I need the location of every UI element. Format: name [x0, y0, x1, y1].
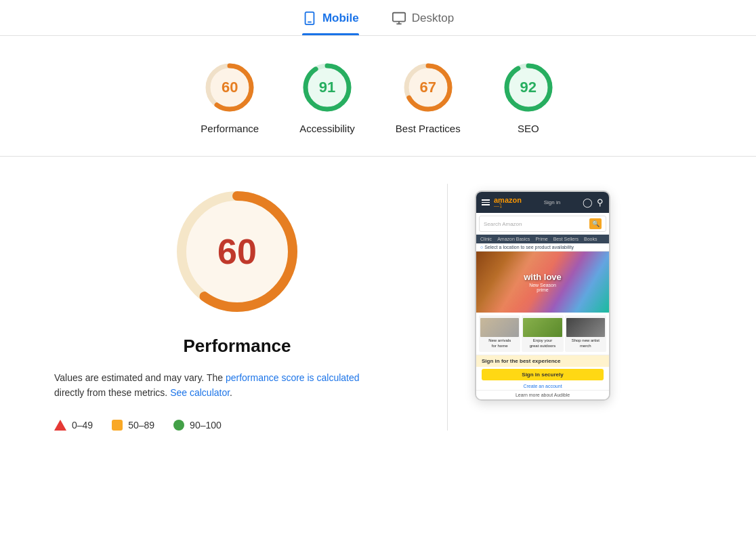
amazon-logo: amazon ―⤵ [494, 196, 522, 209]
phone-mockup: amazon ―⤵ Sign in ◯ ⚲ Search Amazon 🔍 [475, 191, 610, 401]
legend-item-green: 90–100 [173, 420, 222, 431]
legend-circle-icon [173, 420, 184, 431]
gauge-accessibility: 91 [300, 60, 354, 115]
amazon-cat-2: Enjoy yourgreat outdoors [522, 315, 563, 352]
gauge-seo: 92 [501, 60, 555, 115]
score-card-best-practices[interactable]: 67 Best Practices [396, 60, 461, 134]
legend-item-orange: 50–89 [112, 420, 154, 431]
desc-text-2: directly from these metrics. [54, 387, 170, 398]
amazon-screen: amazon ―⤵ Sign in ◯ ⚲ Search Amazon 🔍 [476, 192, 609, 399]
right-panel: amazon ―⤵ Sign in ◯ ⚲ Search Amazon 🔍 [475, 184, 610, 431]
amazon-nav-bar: Clinic Amazon Basics Prime Best Sellers … [476, 235, 609, 243]
amazon-cat-img-3 [566, 318, 605, 337]
amazon-search-button: 🔍 [589, 218, 602, 229]
amazon-nav-icons: ◯ ⚲ [583, 197, 604, 207]
amazon-cat-label-1: New arrivalsfor home [480, 338, 519, 349]
score-value-accessibility: 91 [319, 79, 335, 96]
score-label-seo: SEO [518, 123, 539, 134]
legend-row: 0–49 50–89 90–100 [54, 420, 222, 431]
desktop-icon [392, 11, 406, 26]
amazon-hero-banner: with love New Seasonprime [476, 252, 609, 313]
amazon-hero-text: with love [524, 272, 562, 283]
amazon-header: amazon ―⤵ Sign in ◯ ⚲ [476, 192, 609, 213]
amazon-search-placeholder: Search Amazon [484, 221, 522, 227]
main-content: 60 Performance Values are estimated and … [0, 157, 756, 458]
amazon-cart-icon: ⚲ [597, 197, 604, 207]
score-card-accessibility[interactable]: 91 Accessibility [299, 60, 355, 134]
calculator-link[interactable]: See calculator [170, 387, 230, 398]
mobile-tab-label: Mobile [322, 12, 359, 25]
amazon-audible-link[interactable]: Learn more about Audible [476, 390, 609, 399]
legend-range-red: 0–49 [72, 420, 93, 431]
mobile-icon [302, 11, 317, 26]
nav-books: Books [584, 237, 597, 241]
big-score-value: 60 [217, 231, 257, 272]
score-value-performance: 60 [222, 79, 238, 96]
amazon-signin-text: Sign in [544, 199, 560, 205]
amazon-cat-1: New arrivalsfor home [479, 315, 520, 352]
tab-desktop[interactable]: Desktop [392, 11, 454, 35]
nav-prime: Prime [535, 237, 547, 241]
desktop-tab-label: Desktop [412, 12, 454, 25]
nav-bestsellers: Best Sellers [553, 237, 579, 241]
amazon-categories: New arrivalsfor home Enjoy yourgreat out… [476, 313, 609, 355]
amazon-create-account-link[interactable]: Create an account [476, 382, 609, 390]
score-value-seo: 92 [520, 79, 536, 96]
perf-score-link[interactable]: performance score is calculated [226, 372, 360, 383]
amazon-cat-3: Shop new artistmerch [565, 315, 606, 352]
amazon-cat-label-3: Shop new artistmerch [566, 338, 605, 349]
perf-title: Performance [54, 336, 420, 357]
amazon-cat-label-2: Enjoy yourgreat outdoors [523, 338, 562, 349]
tab-mobile[interactable]: Mobile [302, 11, 359, 35]
score-card-seo[interactable]: 92 SEO [501, 60, 555, 134]
perf-description: Values are estimated and may vary. The p… [54, 370, 379, 401]
score-label-best-practices: Best Practices [396, 123, 461, 134]
score-cards-row: 60 Performance 91 Accessibility 67 Best … [0, 36, 756, 157]
nav-clinic: Clinic [480, 237, 492, 241]
amazon-signin-button[interactable]: Sign in securely [482, 369, 604, 380]
legend-range-green: 90–100 [190, 420, 222, 431]
amazon-cat-img-2 [523, 318, 562, 337]
amazon-user-icon: ◯ [583, 197, 593, 207]
amazon-search-bar: Search Amazon 🔍 [479, 216, 606, 232]
big-gauge: 60 [169, 184, 305, 319]
vertical-divider [447, 184, 448, 431]
gauge-best-practices: 67 [401, 60, 455, 115]
legend-square-icon [112, 420, 123, 431]
amazon-signin-prompt: Sign in for the best experience [476, 355, 609, 367]
legend-triangle-icon [54, 420, 66, 431]
gauge-performance: 60 [203, 60, 257, 115]
hamburger-icon [482, 199, 490, 205]
legend-item-red: 0–49 [54, 420, 93, 431]
svg-rect-2 [393, 13, 405, 22]
amazon-location-bar: ○ Select a location to see product avail… [476, 243, 609, 252]
score-card-performance[interactable]: 60 Performance [201, 60, 259, 134]
score-label-performance: Performance [201, 123, 259, 134]
left-panel: 60 Performance Values are estimated and … [54, 184, 420, 431]
nav-basics: Amazon Basics [497, 237, 530, 241]
desc-text-1: Values are estimated and may vary. The [54, 372, 226, 383]
score-label-accessibility: Accessibility [299, 123, 355, 134]
legend-range-orange: 50–89 [128, 420, 154, 431]
desc-end: . [230, 387, 232, 398]
amazon-cat-img-1 [480, 318, 519, 337]
tab-bar: Mobile Desktop [0, 0, 756, 36]
amazon-hero-sub: New Seasonprime [524, 283, 562, 292]
score-value-best-practices: 67 [420, 79, 436, 96]
